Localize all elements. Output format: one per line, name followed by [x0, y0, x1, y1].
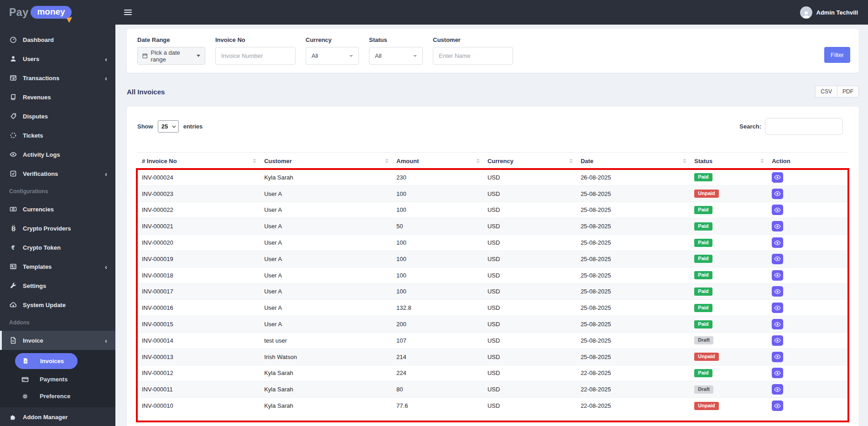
status-select[interactable]: All	[369, 47, 423, 65]
column-header-currency[interactable]: Currency	[483, 153, 576, 169]
view-invoice-button[interactable]	[772, 335, 783, 346]
status-badge: Unpaid	[694, 402, 718, 410]
caret-down-icon	[197, 55, 200, 57]
view-invoice-button[interactable]	[772, 368, 783, 378]
eye-icon	[774, 370, 781, 376]
invoice-submenu: Invoices Payments Preference	[0, 350, 115, 407]
system-update-icon	[9, 301, 17, 308]
sidebar-item-invoices-active[interactable]: Invoices	[15, 353, 78, 369]
view-invoice-button[interactable]	[772, 400, 783, 411]
currency-cell: USD	[483, 218, 576, 235]
view-invoice-button[interactable]	[772, 319, 783, 329]
status-cell: Paid	[690, 267, 767, 283]
customer-cell: User A	[260, 283, 392, 300]
main-content: Date Range Pick a date range Invoice No …	[115, 25, 868, 426]
action-cell	[767, 235, 848, 251]
sidebar-item-dashboard[interactable]: Dashboard	[0, 30, 115, 49]
user-menu[interactable]: Admin Techvill	[800, 6, 858, 19]
view-invoice-button[interactable]	[772, 352, 783, 362]
sidebar-item-settings[interactable]: Settings	[0, 276, 115, 295]
sidebar: Dashboard Users Transactions Revenues Di…	[0, 25, 115, 426]
filter-invoice-no: Invoice No	[215, 36, 296, 65]
sidebar-item-activity-logs[interactable]: Activity Logs	[0, 145, 115, 164]
search-input[interactable]	[765, 118, 843, 135]
view-invoice-button[interactable]	[772, 270, 783, 281]
date-cell: 25-08-2025	[576, 218, 690, 235]
sidebar-item-addon-manager[interactable]: Addon Manager	[0, 407, 115, 426]
eye-icon	[774, 256, 781, 262]
column-header-customer[interactable]: Customer	[260, 153, 392, 169]
view-invoice-button[interactable]	[772, 254, 783, 264]
sidebar-item-tickets[interactable]: Tickets	[0, 126, 115, 145]
chevron-left-icon	[105, 74, 107, 82]
action-cell	[767, 349, 848, 365]
export-pdf-button[interactable]: PDF	[837, 86, 859, 98]
invoice-no-cell: INV-000024	[137, 169, 260, 186]
column-header-invoice-no[interactable]: # Invoice No	[137, 153, 260, 169]
action-cell	[767, 398, 848, 414]
menu-toggle-icon[interactable]	[124, 10, 132, 15]
currency-cell: USD	[483, 267, 576, 283]
show-label: Show	[137, 123, 153, 130]
filter-date-range: Date Range Pick a date range	[137, 36, 205, 65]
sidebar-section-configurations: Configurations	[0, 183, 115, 200]
sidebar-item-currencies[interactable]: Currencies	[0, 200, 115, 219]
view-invoice-button[interactable]	[772, 172, 783, 183]
currency-select[interactable]: All	[306, 47, 359, 65]
date-range-label: Date Range	[137, 36, 205, 43]
column-header-amount[interactable]: Amount	[392, 153, 483, 169]
currency-cell: USD	[483, 235, 576, 251]
status-badge: Paid	[694, 271, 712, 279]
sort-icon	[683, 159, 686, 163]
action-cell	[767, 300, 848, 316]
status-cell: Paid	[690, 235, 767, 251]
caret-down-icon	[413, 55, 417, 57]
sidebar-item-users[interactable]: Users	[0, 49, 115, 68]
view-invoice-button[interactable]	[772, 303, 783, 313]
customer-cell: User A	[260, 235, 392, 251]
person-icon	[802, 10, 811, 19]
view-invoice-button[interactable]	[772, 205, 783, 215]
date-cell: 25-08-2025	[576, 316, 690, 333]
sidebar-item-preference[interactable]: Preference	[0, 388, 115, 405]
sidebar-item-verifications[interactable]: Verifications	[0, 164, 115, 183]
status-cell: Draft	[690, 381, 767, 398]
invoice-number-input[interactable]	[215, 47, 296, 65]
status-badge: Draft	[694, 336, 713, 344]
amount-cell: 50	[392, 218, 483, 235]
customer-cell: Kyla Sarah	[260, 365, 392, 381]
page-length-select[interactable]: 25	[158, 120, 179, 133]
date-range-picker[interactable]: Pick a date range	[137, 47, 205, 65]
sidebar-item-system-update[interactable]: System Update	[0, 295, 115, 314]
amount-cell: 100	[392, 251, 483, 267]
export-csv-button[interactable]: CSV	[815, 86, 837, 98]
sidebar-item-disputes[interactable]: Disputes	[0, 107, 115, 126]
sidebar-item-crypto-providers[interactable]: B Crypto Providers	[0, 219, 115, 238]
sidebar-item-crypto-token[interactable]: t Crypto Token	[0, 238, 115, 257]
amount-cell: 100	[392, 202, 483, 218]
transactions-icon	[9, 74, 17, 82]
invoice-row: INV-000021 User A 50 USD 25-08-2025 Paid	[137, 218, 848, 235]
eye-icon	[774, 387, 781, 392]
view-invoice-button[interactable]	[772, 286, 783, 297]
customer-name-input[interactable]	[433, 47, 513, 65]
view-invoice-button[interactable]	[772, 384, 783, 395]
column-header-status[interactable]: Status	[690, 153, 767, 169]
chevron-left-icon	[105, 55, 107, 63]
filter-button[interactable]: Filter	[824, 47, 850, 63]
amount-cell: 100	[392, 235, 483, 251]
addon-manager-icon	[9, 413, 17, 421]
amount-cell: 80	[392, 381, 483, 398]
disputes-icon	[9, 113, 17, 120]
sidebar-item-invoice[interactable]: Invoice	[0, 331, 115, 350]
sidebar-item-payments[interactable]: Payments	[0, 371, 115, 388]
sidebar-item-templates[interactable]: Templates	[0, 257, 115, 276]
view-invoice-button[interactable]	[772, 189, 783, 199]
action-cell	[767, 365, 848, 381]
column-header-date[interactable]: Date	[576, 153, 690, 169]
currency-cell: USD	[483, 349, 576, 365]
view-invoice-button[interactable]	[772, 237, 783, 248]
sidebar-item-revenues[interactable]: Revenues	[0, 87, 115, 107]
sidebar-item-transactions[interactable]: Transactions	[0, 68, 115, 87]
view-invoice-button[interactable]	[772, 221, 783, 231]
